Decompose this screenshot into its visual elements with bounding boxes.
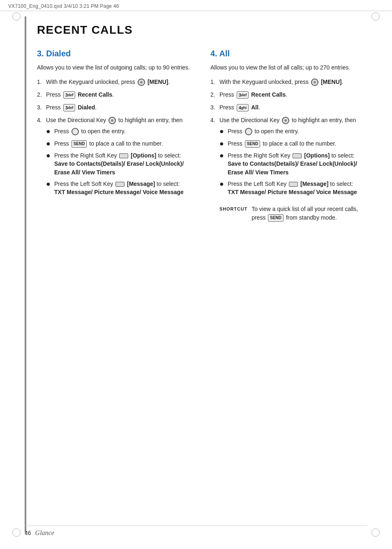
section3-bullets: ● Press to open the entry. ● Press SEND … xyxy=(46,127,194,197)
bullet-dot-4-3: ● xyxy=(219,151,226,160)
menu-key-icon-3-1 xyxy=(138,79,145,86)
step4-3: 3. Press 4 ghi All. xyxy=(210,103,367,112)
step4-1-content: With the Keyguard unlocked, press [MENU]… xyxy=(219,78,367,86)
footer: 46 Glance xyxy=(25,526,367,537)
step4-1: 1. With the Keyguard unlocked, press [ME… xyxy=(210,78,367,86)
right-soft-key-icon-4 xyxy=(293,153,302,158)
bullet-dot-3-2: ● xyxy=(46,139,53,148)
bullet4-3-content: Press the Right Soft Key [Options] to se… xyxy=(228,151,367,176)
footer-brand: Glance xyxy=(35,529,54,537)
step4-2: 2. Press 3 def Recent Calls. xyxy=(210,90,367,99)
two-columns: 3. Dialed Allows you to view the list of… xyxy=(37,49,367,226)
message-values-4: TXT Message/ Picture Message/ Voice Mess… xyxy=(228,189,357,195)
circle-key-3-1 xyxy=(71,128,79,135)
corner-bottom-right xyxy=(371,528,380,537)
page-container: VX7100_Eng_0410.qxd 3/4/10 3:21 PM Page … xyxy=(0,0,392,549)
left-soft-key-icon-4 xyxy=(289,182,298,187)
bullet3-3: ● Press the Right Soft Key [Options] to … xyxy=(46,151,194,176)
bullet4-4-content: Press the Left Soft Key [Message] to sel… xyxy=(228,180,367,197)
section3-heading: 3. Dialed xyxy=(37,49,194,58)
step4-3-content: Press 4 ghi All. xyxy=(219,103,367,112)
step3-1: 1. With the Keyguard unlocked, press [ME… xyxy=(37,78,194,86)
section3-intro: Allows you to view the list of outgoing … xyxy=(37,63,194,72)
step3-1-content: With the Keyguard unlocked, press [MENU]… xyxy=(46,78,194,86)
key-3def-s4-2: 3 def xyxy=(237,91,249,99)
step4-1-num: 1. xyxy=(210,78,219,86)
footer-page-num: 46 xyxy=(25,530,31,536)
step3-3-label: Dialed xyxy=(78,104,95,111)
circle-key-4-1 xyxy=(245,128,252,135)
section3-steps: 1. With the Keyguard unlocked, press [ME… xyxy=(37,78,194,200)
right-soft-key-icon-3 xyxy=(119,153,128,158)
options-label-3: [Options] xyxy=(131,152,156,159)
bullet4-4: ● Press the Left Soft Key [Message] to s… xyxy=(219,180,367,197)
dir-key-icon-4 xyxy=(282,117,289,124)
bullet-dot-4-2: ● xyxy=(219,139,226,148)
corner-top-right xyxy=(371,12,380,21)
bullet4-1: ● Press to open the entry. xyxy=(219,127,367,136)
step4-4: 4. Use the Directional Key to highlight … xyxy=(210,116,367,222)
bullet4-1-content: Press to open the entry. xyxy=(228,127,367,135)
corner-top-left xyxy=(12,12,21,21)
bullet3-4-content: Press the Left Soft Key [Message] to sel… xyxy=(54,180,194,197)
bullet-dot-3-1: ● xyxy=(46,127,53,136)
bullet3-1-content: Press to open the entry. xyxy=(54,127,194,135)
step3-3-content: Press 3 def Dialed. xyxy=(46,103,194,112)
bullet-dot-3-3: ● xyxy=(46,151,53,160)
section4-column: 4. All Allows you to view the list of al… xyxy=(210,49,367,226)
bullet-dot-4-1: ● xyxy=(219,127,226,136)
step4-2-content: Press 3 def Recent Calls. xyxy=(219,90,367,99)
bullet-dot-3-4: ● xyxy=(46,180,53,189)
section3-column: 3. Dialed Allows you to view the list of… xyxy=(37,49,194,204)
message-values-3: TXT Message/ Picture Message/ Voice Mess… xyxy=(54,189,184,195)
left-soft-key-icon-3 xyxy=(115,182,125,187)
step3-2-num: 2. xyxy=(37,90,46,99)
send-key-shortcut: SEND xyxy=(268,214,284,222)
message-label-4: [Message] xyxy=(300,181,328,187)
step4-1-menu-label: [MENU] xyxy=(321,79,342,85)
shortcut-box: SHORTCUT To view a quick list of all you… xyxy=(219,205,367,222)
file-info: VX7100_Eng_0410.qxd 3/4/10 3:21 PM Page … xyxy=(8,3,119,9)
step4-4-content: Use the Directional Key to highlight an … xyxy=(219,116,367,222)
shortcut-text: To view a quick list of all your recent … xyxy=(251,205,367,222)
left-accent xyxy=(25,16,26,533)
step3-3-num: 3. xyxy=(37,103,46,112)
step3-3: 3. Press 3 def Dialed. xyxy=(37,103,194,112)
options-values-4: Save to Contacts(Details)/ Erase/ Lock(U… xyxy=(228,160,357,175)
bullet3-2-content: Press SEND to place a call to the number… xyxy=(54,139,194,148)
options-label-4: [Options] xyxy=(304,152,330,159)
step3-4-content: Use the Directional Key to highlight an … xyxy=(46,116,194,200)
step4-2-num: 2. xyxy=(210,90,219,99)
bullet4-3: ● Press the Right Soft Key [Options] to … xyxy=(219,151,367,176)
section4-intro: Allows you to view the list of all calls… xyxy=(210,63,367,72)
corner-bottom-left xyxy=(12,528,21,537)
key-3def-s3-3: 3 def xyxy=(63,104,76,111)
step3-1-num: 1. xyxy=(37,78,46,86)
bullet4-2: ● Press SEND to place a call to the numb… xyxy=(219,139,367,148)
step3-4: 4. Use the Directional Key to highlight … xyxy=(37,116,194,200)
send-key-4-2: SEND xyxy=(245,140,261,148)
bullet-dot-4-4: ● xyxy=(219,180,226,189)
dir-key-icon-3 xyxy=(108,117,116,124)
options-values-3: Save to Contacts(Details)/ Erase/ Lock(U… xyxy=(54,160,184,175)
menu-key-icon-4-1 xyxy=(311,79,318,86)
page-title: RECENT CALLS xyxy=(37,23,367,37)
step3-2-content: Press 3 def Recent Calls. xyxy=(46,90,194,99)
key-4ghi-s4-3: 4 ghi xyxy=(237,104,249,111)
shortcut-label: SHORTCUT xyxy=(219,205,247,213)
send-key-3-2: SEND xyxy=(71,140,87,148)
step4-3-label: All xyxy=(251,104,258,111)
bullet4-2-content: Press SEND to place a call to the number… xyxy=(228,139,367,148)
bullet3-2: ● Press SEND to place a call to the numb… xyxy=(46,139,194,148)
step3-2-label: Recent Calls xyxy=(78,91,112,98)
step4-4-num: 4. xyxy=(210,116,219,125)
header-bar: VX7100_Eng_0410.qxd 3/4/10 3:21 PM Page … xyxy=(0,0,392,11)
main-content: RECENT CALLS 3. Dialed Allows you to vie… xyxy=(0,11,392,243)
bullet3-4: ● Press the Left Soft Key [Message] to s… xyxy=(46,180,194,197)
bullet3-3-content: Press the Right Soft Key [Options] to se… xyxy=(54,151,194,176)
bullet3-1: ● Press to open the entry. xyxy=(46,127,194,136)
section4-steps: 1. With the Keyguard unlocked, press [ME… xyxy=(210,78,367,222)
message-label-3: [Message] xyxy=(127,181,155,187)
section4-heading: 4. All xyxy=(210,49,367,58)
step3-4-num: 4. xyxy=(37,116,46,125)
